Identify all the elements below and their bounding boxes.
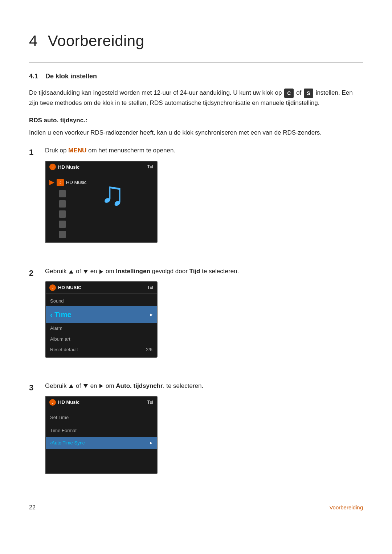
menu-music-symbol: ♫ <box>59 180 62 185</box>
screen3-item-settime: Set Time <box>46 411 157 424</box>
subsection-heading: RDS auto. tijdsync.: <box>29 116 363 125</box>
screen1-content-area: ▶ ♫ HD Music ♫ <box>49 177 153 238</box>
screen3-body: Set Time Time Format ‹Auto Time Sync ▸ <box>46 408 157 473</box>
screen1-body: ▶ ♫ HD Music ♫ <box>46 173 157 242</box>
arrow-active: ▶ <box>49 177 54 187</box>
step2-use: Gebruik <box>45 268 68 275</box>
step-3-content: Gebruik of en om Auto. tijdsynchr. te se… <box>45 381 363 485</box>
triangle-up-3 <box>69 384 73 388</box>
screen2-item-time: ‹ Time ▸ <box>46 306 157 323</box>
screen-2: HD MUSIC Tul Sound ‹ Time ▸ Alarm Album … <box>45 281 158 358</box>
triangle-up-2 <box>69 270 73 274</box>
screen2-item-reset: Reset default 2/6 <box>46 344 157 355</box>
screen3-header-left: HD Music <box>49 399 79 406</box>
triangle-right-2 <box>99 270 103 274</box>
footer-page-number: 22 <box>29 503 36 512</box>
screen3-item-timeformat: Time Format <box>46 424 157 437</box>
screen-1: HD Music Tul ▶ ♫ HD Music <box>45 161 158 243</box>
step2-om: om Instellingen gevolgd door Tijd te sel… <box>106 268 239 275</box>
icon-c <box>284 89 294 98</box>
screen2-item-sound: Sound <box>46 296 157 307</box>
step-2-text: Gebruik of en om Instellingen gevolgd do… <box>45 266 363 276</box>
menu-icon-music: ♫ <box>57 179 64 186</box>
screen2-signal: Tul <box>147 284 153 291</box>
screen2-time-label: ‹ Time <box>50 309 72 320</box>
step-number-2: 2 <box>29 266 39 279</box>
triangle-down-2 <box>83 270 88 274</box>
screen3-title: HD Music <box>58 399 79 406</box>
screen1-header-left: HD Music <box>49 164 79 171</box>
step2-bold2: Tijd <box>189 268 200 275</box>
step3-bold1: Auto. tijdsynchr <box>116 382 163 389</box>
icon-s <box>304 89 313 98</box>
step-2-content: Gebruik of en om Instellingen gevolgd do… <box>45 266 363 368</box>
step-1: 1 Druk op MENU om het menuscherm te open… <box>29 145 363 253</box>
screen2-reset-label: Reset default <box>50 346 78 353</box>
screen2-menu: Sound ‹ Time ▸ Alarm Album art Reset def… <box>46 294 157 357</box>
brand-icon-3 <box>49 399 56 406</box>
screen2-body: Sound ‹ Time ▸ Alarm Album art Reset def… <box>46 294 157 357</box>
brand-icon-1 <box>49 164 56 170</box>
step-number-3: 3 <box>29 381 39 394</box>
screen3-item-autosync: ‹Auto Time Sync ▸ <box>46 437 157 449</box>
menu-icon-3 <box>59 200 66 208</box>
screen3-autosync-label: ‹Auto Time Sync <box>50 439 85 447</box>
screen1-signal: Tul <box>147 164 153 170</box>
step-1-text: Druk op MENU om het menuscherm te openen… <box>45 145 363 155</box>
screen2-header-left: HD MUSIC <box>49 284 81 291</box>
footer-chapter-label: Voorbereiding <box>329 504 363 512</box>
triangle-right-3 <box>99 384 103 388</box>
section-title: De klok instellen <box>45 73 97 80</box>
step3-en: en <box>90 382 99 389</box>
step-2: 2 Gebruik of en om Instellingen gevolgd … <box>29 266 363 368</box>
screen3-empty-space <box>46 449 157 471</box>
hd-music-text: HD Music <box>66 179 86 186</box>
subsection-body: Indien u een voorkeur RDS-radiozender he… <box>29 128 363 138</box>
screen2-title: HD MUSIC <box>58 284 81 291</box>
step-number-1: 1 <box>29 145 39 158</box>
intro-text-1: De tijdsaanduiding kan ingesteld worden … <box>29 89 282 96</box>
step3-of: of <box>76 382 83 389</box>
screen2-time-arrow: ▸ <box>150 311 152 319</box>
menu-icon-4 <box>59 210 66 218</box>
triangle-down-3 <box>83 384 88 388</box>
screen2-header: HD MUSIC Tul <box>46 282 157 294</box>
screen1-title: HD Music <box>58 164 79 171</box>
step-3-text: Gebruik of en om Auto. tijdsynchr. te se… <box>45 381 363 391</box>
step2-en: en <box>90 268 99 275</box>
step-3: 3 Gebruik of en om Auto. tijdsynchr. te … <box>29 381 363 485</box>
screen1-header: HD Music Tul <box>46 161 157 173</box>
screen-3: HD Music Tul Set Time Time Format ‹Auto … <box>45 396 158 475</box>
screen1-menu: ▶ ♫ HD Music <box>49 177 86 238</box>
screen2-reset-page: 2/6 <box>146 346 152 353</box>
screen2-item-albumart: Album art <box>46 334 157 345</box>
step-1-content: Druk op MENU om het menuscherm te openen… <box>45 145 363 253</box>
menu-icon-5 <box>59 221 66 228</box>
chapter-number: 4 <box>29 32 38 49</box>
step3-om: om Auto. tijdsynchr. te selecteren. <box>106 382 203 389</box>
menu-icon-2 <box>59 190 66 197</box>
intro-paragraph: De tijdsaanduiding kan ingesteld worden … <box>29 88 363 108</box>
chapter-title: 4Voorbereiding <box>29 29 363 52</box>
step2-bold1: Instellingen <box>116 268 150 275</box>
screen3-menu: Set Time Time Format ‹Auto Time Sync ▸ <box>46 408 157 473</box>
screen3-signal: Tul <box>147 399 153 406</box>
chapter-title-text: Voorbereiding <box>48 32 144 49</box>
screen1-row-music: ▶ ♫ HD Music <box>49 177 86 187</box>
step1-before: Druk op <box>45 147 68 154</box>
screen3-header: HD Music Tul <box>46 397 157 409</box>
brand-icon-2 <box>49 284 56 291</box>
page-footer: 22 Voorbereiding <box>29 503 363 512</box>
step1-after: om het menuscherm te openen. <box>86 147 175 154</box>
step2-of: of <box>76 268 83 275</box>
section-heading: 4.1De klok instellen <box>29 71 363 81</box>
section-number: 4.1 <box>29 73 38 80</box>
screen3-autosync-arrow: ▸ <box>150 439 152 447</box>
screen2-item-alarm: Alarm <box>46 323 157 334</box>
step1-menu-keyword: MENU <box>68 147 86 154</box>
intro-of: of <box>296 89 301 96</box>
step3-use: Gebruik <box>45 382 68 389</box>
music-note-large: ♫ <box>100 177 125 210</box>
menu-icon-6 <box>59 231 66 238</box>
